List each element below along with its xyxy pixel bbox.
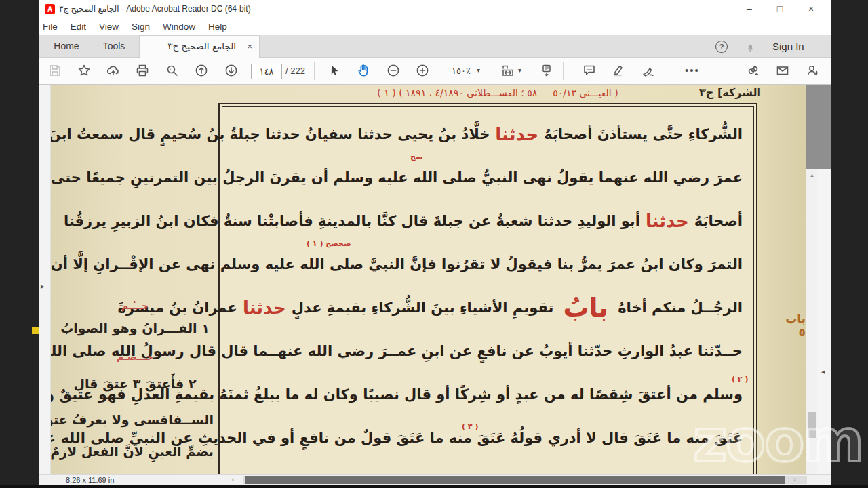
screen: A الجامع الصحيح ج٣ - Adobe Acrobat Reade… xyxy=(0,0,868,488)
bab-heading-red: بابُ xyxy=(553,294,618,321)
text-frame: الشُّركاءِ حتَّى يستأذنَ أصحابَهُ حدثنا … xyxy=(218,103,757,474)
overlay-yellow-marker xyxy=(32,327,39,334)
footnote-ref-3: ( ٣ ) xyxy=(462,422,478,431)
acrobat-logo-icon: A xyxy=(45,4,55,14)
toolbar-divider xyxy=(314,62,315,80)
menu-edit[interactable]: Edit xyxy=(71,22,86,32)
expand-nav-pane-icon[interactable]: ▸ xyxy=(41,282,45,291)
page-header-citation: ( العيـــني ٥٠/١٣ — ٥٨ ؛ القســـطلاني ٤/… xyxy=(288,87,707,98)
navigation-pane-strip[interactable]: ▸ xyxy=(39,85,51,474)
star-favorites-icon[interactable] xyxy=(77,63,93,79)
text-line: عَتَقَ منه ما عَتَقَ قال لا أدري قولُهُ … xyxy=(233,416,743,460)
sah-correction-mark: صحصح ( ١ ) xyxy=(307,239,351,248)
text-segment: الشُّركاءِ حتَّى يستأذنَ أصحابَهُ xyxy=(544,126,743,142)
page-header-title: الشركة] ج٣ xyxy=(699,86,761,99)
scribal-siglum-red: حـــڝـم xyxy=(56,351,214,362)
text-line: حــدّثنا عبدُ الوارثِ حدّثنا أيوبُ عن نا… xyxy=(233,329,743,373)
sah-correction-mark: صح xyxy=(410,152,423,161)
scribal-siglum-red: حـــٔـم xyxy=(56,300,214,311)
zoom-level-value[interactable]: ١٥٠٪ xyxy=(438,64,471,78)
page-size-label: 8.26 x 11.69 in xyxy=(66,476,114,484)
share-cloud-icon[interactable] xyxy=(106,63,122,79)
margin-note: ١ القـــرانُ وهو الصوابُ xyxy=(56,321,214,336)
next-page-icon[interactable] xyxy=(224,63,240,79)
tab-document-label: الجامع الصحيح ج٣ xyxy=(167,36,236,57)
toolbar: ١٤٨ / 222 ١٥٠٪ ▾ ▾ xyxy=(39,58,831,85)
menu-help[interactable]: Help xyxy=(208,22,227,32)
comment-icon[interactable] xyxy=(582,63,598,79)
more-tools-icon[interactable]: ••• xyxy=(685,64,701,81)
text-line: الشُّركاءِ حتَّى يستأذنَ أصحابَهُ حدثنا … xyxy=(233,113,743,156)
text-segment: الرجُــلُ منكم أخاهُ xyxy=(618,300,743,316)
footnote-ref-2: ( ٢ ) xyxy=(732,375,748,384)
help-icon[interactable]: ? xyxy=(715,41,728,53)
close-button[interactable]: × xyxy=(801,2,821,16)
search-icon[interactable] xyxy=(165,63,181,79)
text-segment: أبو الوليدِ حدثنا شعبةُ عن جبلةَ قال كنَ… xyxy=(64,213,640,229)
letterbox-left xyxy=(0,0,39,488)
page-scrolling-icon[interactable] xyxy=(539,63,555,79)
notifications-bell-icon[interactable] xyxy=(744,41,756,56)
text-segment: أصحابَهُ xyxy=(694,213,743,229)
horizontal-scrollbar-thumb[interactable] xyxy=(245,476,785,484)
print-icon[interactable] xyxy=(135,63,151,79)
horizontal-scrollbar[interactable] xyxy=(243,476,807,484)
tab-document[interactable]: الجامع الصحيح ج٣ × xyxy=(139,35,260,58)
maximize-button[interactable]: □ xyxy=(770,2,790,16)
window-title: الجامع الصحيح ج٣ - Adobe Acrobat Reader … xyxy=(59,4,251,14)
menu-file[interactable]: File xyxy=(43,22,58,32)
collapse-panel-icon[interactable]: ◂ xyxy=(821,367,825,376)
menu-window[interactable]: Window xyxy=(163,22,195,32)
menu-view[interactable]: View xyxy=(99,22,119,32)
text-segment: خلَّادُ بنُ يحيى حدثنا سفيانُ حدثنا جبلة… xyxy=(51,126,490,142)
tab-tools[interactable]: Tools xyxy=(93,35,135,58)
minimize-button[interactable]: – xyxy=(739,2,760,16)
hscroll-right-icon[interactable]: › xyxy=(793,475,796,483)
menu-bar: File Edit View Sign Window Help xyxy=(39,18,831,35)
menu-sign[interactable]: Sign xyxy=(132,22,150,32)
zoom-dropdown-icon[interactable]: ▾ xyxy=(477,66,480,74)
toolbar-divider xyxy=(563,62,564,80)
text-line: عمرَ رضي الله عنهما يقولُ نهى النبيُّ صل… xyxy=(233,156,743,199)
select-tool-icon[interactable] xyxy=(327,63,343,79)
haddathana-red: حدثنا xyxy=(640,211,694,231)
margin-note: بضمِّ العينِ لانَّ الفعلَ لازمٌ xyxy=(56,444,214,459)
zoom-out-icon[interactable] xyxy=(386,63,402,79)
margin-bab-number: باب ٥ xyxy=(775,312,806,339)
scroll-up-icon[interactable]: ▴ xyxy=(806,171,818,178)
text-segment: تقويمِ الأشياءِ بينَ الشُّركاءِ بقيمةِ ع… xyxy=(292,300,554,316)
text-line: الرجُــلُ منكم أخاهُ بابُ تقويمِ الأشياء… xyxy=(233,286,743,329)
hadith-text-block: الشُّركاءِ حتَّى يستأذنَ أصحابَهُ حدثنا … xyxy=(220,104,756,460)
highlight-icon[interactable] xyxy=(611,63,627,79)
zoom-watermark: zoom xyxy=(693,407,863,474)
fit-width-icon[interactable] xyxy=(500,63,517,79)
margin-note: ٢ فأَعتقَ ٣ عتقَ قال xyxy=(56,376,214,391)
add-account-icon[interactable] xyxy=(805,63,821,79)
previous-page-icon[interactable] xyxy=(194,63,210,79)
tab-home[interactable]: Home xyxy=(45,35,87,58)
fill-sign-icon[interactable] xyxy=(641,63,657,79)
tab-close-icon[interactable]: × xyxy=(247,36,252,57)
status-bar: 8.26 x 11.69 in ‹ › xyxy=(39,474,831,485)
hand-tool-icon[interactable] xyxy=(356,63,372,79)
title-bar: A الجامع الصحيح ج٣ - Adobe Acrobat Reade… xyxy=(39,0,831,18)
fit-dropdown-icon[interactable]: ▾ xyxy=(518,66,521,74)
zoom-in-icon[interactable] xyxy=(415,63,431,79)
text-line: أصحابَهُ حدثنا أبو الوليدِ حدثنا شعبةُ ع… xyxy=(233,199,743,243)
email-icon[interactable] xyxy=(775,63,791,79)
haddathana-red: حدثنا xyxy=(490,124,544,144)
tab-bar: Home Tools الجامع الصحيح ج٣ × ? Sign In xyxy=(39,35,831,58)
text-line: التمرَ وكان ابنُ عمرَ يمرُّ بنا فيقولُ ل… xyxy=(233,243,743,286)
margin-note: الســفاقسى ولا يعرفُ عتقَ xyxy=(56,412,214,427)
share-link-icon[interactable] xyxy=(746,63,762,79)
save-icon[interactable] xyxy=(47,63,64,79)
sign-in-button[interactable]: Sign In xyxy=(772,35,804,58)
text-line: وسلم من أعتقَ شِقصًا له من عبدٍ أو شِركً… xyxy=(233,373,743,416)
page-total-label: / 222 xyxy=(285,64,305,78)
letterbox-bottom xyxy=(0,485,868,488)
hscroll-left-icon[interactable]: ‹ xyxy=(232,475,235,483)
haddathana-red: حدثنا xyxy=(237,298,292,318)
page-number-input[interactable]: ١٤٨ xyxy=(251,64,282,79)
